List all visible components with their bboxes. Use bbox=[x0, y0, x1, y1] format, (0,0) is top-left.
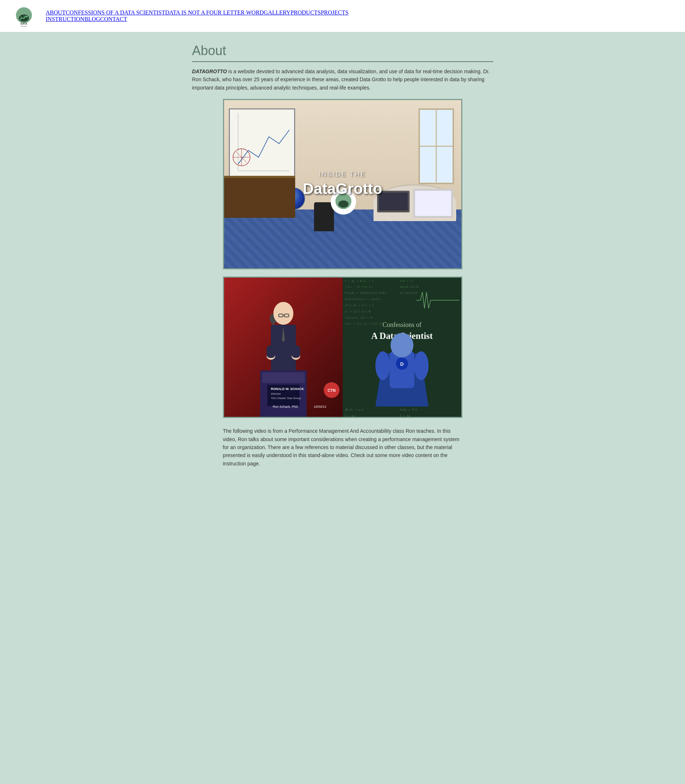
svg-text:DATA: DATA bbox=[21, 23, 27, 25]
inside-the-label: INSIDE THE bbox=[319, 171, 366, 178]
svg-rect-40 bbox=[262, 372, 305, 383]
logo-icon: DATA Grotto bbox=[13, 5, 35, 27]
svg-text:The Charter Oak Group: The Charter Oak Group bbox=[271, 397, 301, 400]
office-image-container: INSIDE THE DataGrotto bbox=[223, 99, 463, 269]
nav-data-four-letter[interactable]: DATA IS NOT A FOUR LETTER WORD bbox=[165, 10, 264, 16]
svg-text:det(A-λI)=0: det(A-λI)=0 bbox=[399, 286, 419, 289]
svg-text:10/04/12: 10/04/12 bbox=[314, 405, 326, 409]
brand-name: DATAGROTTO bbox=[192, 68, 227, 74]
svg-text:lim(x→∞) 1/x = 0: lim(x→∞) 1/x = 0 bbox=[344, 316, 372, 319]
intro-text-body: is a website devoted to advanced data an… bbox=[192, 68, 490, 91]
nav-about[interactable]: ABOUT bbox=[46, 10, 66, 16]
nav-confessions[interactable]: CONFESSIONS OF A DATA SCIENTIST bbox=[66, 10, 165, 16]
nav-instruction[interactable]: INSTRUCTION bbox=[46, 16, 84, 23]
svg-text:RONALD W. SCHACK: RONALD W. SCHACK bbox=[271, 387, 304, 391]
svg-text:Y = β₀ + β₁X₁ + ε: Y = β₀ + β₁X₁ + ε bbox=[344, 279, 374, 283]
svg-point-29 bbox=[273, 302, 293, 325]
svg-text:F = ma: F = ma bbox=[399, 414, 410, 417]
datagrotto-image-title: DataGrotto bbox=[303, 180, 382, 198]
svg-text:Confessions of: Confessions of bbox=[382, 321, 421, 329]
nav-products[interactable]: PRODUCTS bbox=[291, 10, 321, 16]
svg-text:∮B·dl = μ₀I: ∮B·dl = μ₀I bbox=[344, 408, 363, 411]
svg-text:Director: Director bbox=[271, 392, 281, 395]
page-title: About bbox=[192, 43, 493, 62]
logo-area[interactable]: DATA Grotto bbox=[13, 5, 35, 27]
nav-contact[interactable]: CONTACT bbox=[100, 16, 127, 23]
svg-text:Grotto: Grotto bbox=[21, 25, 27, 27]
svg-point-74 bbox=[375, 351, 390, 380]
speaker-scene: RONALD W. SCHACK Director The Charter Oa… bbox=[224, 278, 342, 417]
svg-text:D: D bbox=[400, 361, 404, 367]
svg-text:E = mc²: E = mc² bbox=[344, 414, 357, 417]
two-panel-image: RONALD W. SCHACK Director The Charter Oa… bbox=[223, 277, 463, 418]
nav-projects[interactable]: PROJECTS bbox=[321, 10, 349, 16]
main-content: About DATAGROTTO is a website devoted to… bbox=[185, 32, 500, 475]
svg-text:F(n) = F(n-1) + F(n-2): F(n) = F(n-1) + F(n-2) bbox=[344, 322, 382, 326]
nav-row-2: INSTRUCTION BLOG CONTACT bbox=[46, 16, 349, 23]
book-cover-scene: ∫f(x-1)cos(x)dx Y = β₀ + β₁X₁ + ε ∑(xi -… bbox=[342, 278, 461, 417]
navigation: ABOUT CONFESSIONS OF A DATA SCIENTIST DA… bbox=[46, 10, 349, 23]
svg-rect-38 bbox=[292, 345, 300, 358]
svg-point-75 bbox=[414, 351, 429, 380]
intro-paragraph: DATAGROTTO is a website devoted to advan… bbox=[192, 67, 493, 92]
book-cover-panel: ∫f(x-1)cos(x)dx Y = β₀ + β₁X₁ + ε ∑(xi -… bbox=[342, 278, 461, 417]
svg-text:ΔxΔp ≥ ℏ/2: ΔxΔp ≥ ℏ/2 bbox=[399, 408, 417, 411]
svg-point-71 bbox=[390, 333, 413, 358]
svg-text:P(A|B) = P(B|A)P(A)/P(B): P(A|B) = P(B|A)P(A)/P(B) bbox=[344, 292, 386, 295]
nav-gallery[interactable]: GALLERY bbox=[264, 10, 291, 16]
svg-text:Y×X = S²: Y×X = S² bbox=[399, 279, 413, 283]
svg-text:∫e^x dx = e^x + C: ∫e^x dx = e^x + C bbox=[344, 304, 374, 307]
svg-text:σ² = Σ(xi-μ)²/N: σ² = Σ(xi-μ)²/N bbox=[344, 310, 370, 313]
svg-text:CTN: CTN bbox=[328, 388, 336, 392]
svg-text:∑(xi - x̄)²/(n-1): ∑(xi - x̄)²/(n-1) bbox=[344, 286, 372, 289]
svg-text:d/dx[sin(x)] = cos(x): d/dx[sin(x)] = cos(x) bbox=[344, 298, 381, 301]
nav-blog[interactable]: BLOG bbox=[84, 16, 101, 23]
nav-row-1: ABOUT CONFESSIONS OF A DATA SCIENTIST DA… bbox=[46, 10, 349, 16]
svg-text:Ron Schack, PhD: Ron Schack, PhD bbox=[272, 405, 298, 409]
svg-text:e^(iπ)+1=0: e^(iπ)+1=0 bbox=[399, 292, 417, 295]
bottom-paragraph: The following video is from a Performanc… bbox=[223, 427, 463, 468]
speaker-panel: RONALD W. SCHACK Director The Charter Oa… bbox=[224, 278, 342, 417]
svg-rect-37 bbox=[266, 345, 275, 358]
office-overlay: INSIDE THE DataGrotto bbox=[224, 100, 461, 268]
site-header: DATA Grotto ABOUT CONFESSIONS OF A DATA … bbox=[0, 0, 685, 32]
